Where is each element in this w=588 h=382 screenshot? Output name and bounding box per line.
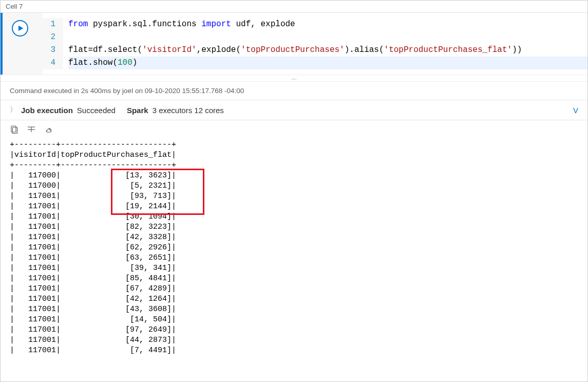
- code-text: ,explode(: [197, 45, 241, 54]
- spark-label: Spark: [127, 106, 148, 115]
- code-editor[interactable]: 1 2 3 4 from pyspark.sql.functions impor…: [43, 13, 587, 75]
- svg-rect-0: [11, 126, 16, 132]
- code-text: ): [132, 58, 138, 67]
- line-number: 1: [43, 18, 55, 31]
- job-execution-label: Job execution: [21, 106, 73, 115]
- code-text: flat=df.select(: [68, 45, 142, 54]
- string-literal: 'topProductPurchases_flat': [384, 45, 513, 54]
- line-number: 2: [43, 31, 55, 44]
- execution-info: Command executed in 2s 400ms by joel on …: [1, 82, 587, 100]
- svg-rect-1: [13, 128, 17, 134]
- play-icon: [17, 25, 24, 32]
- line-number: 4: [43, 57, 55, 69]
- table-icon[interactable]: [27, 125, 35, 134]
- cell-title: Cell 7: [1, 1, 587, 13]
- view-link[interactable]: V: [573, 106, 578, 115]
- cell-gutter: [3, 13, 43, 75]
- line-number-gutter: 1 2 3 4: [43, 18, 63, 69]
- cell-body: 1 2 3 4 from pyspark.sql.functions impor…: [1, 13, 587, 75]
- highlight-box: [111, 169, 204, 215]
- code-text: )): [512, 45, 522, 54]
- code-text: udf, explode: [231, 20, 295, 29]
- clear-icon[interactable]: [45, 125, 53, 134]
- string-literal: 'topProductPurchases': [241, 45, 345, 54]
- code-content[interactable]: from pyspark.sql.functions import udf, e…: [63, 18, 587, 69]
- chevron-right-icon[interactable]: 〉: [10, 105, 17, 115]
- output-toolbar: [1, 120, 587, 137]
- keyword-from: from: [68, 20, 88, 29]
- line-number: 3: [43, 44, 55, 57]
- code-text: ).alias(: [345, 45, 384, 54]
- run-button[interactable]: [12, 20, 28, 37]
- keyword-import: import: [201, 20, 231, 29]
- number-literal: 100: [118, 58, 132, 67]
- collapse-chevron-icon[interactable]: ︿: [1, 75, 587, 82]
- code-text: flat.show(: [68, 58, 118, 67]
- job-status: Succeeded: [77, 106, 116, 115]
- spark-info: 3 executors 12 cores: [153, 106, 224, 115]
- job-execution-row[interactable]: 〉 Job execution Succeeded Spark 3 execut…: [1, 100, 587, 120]
- code-text: pyspark.sql.functions: [88, 20, 201, 29]
- output-text: +---------+------------------------+ |vi…: [1, 137, 587, 356]
- string-literal: 'visitorId': [142, 45, 197, 54]
- copy-icon[interactable]: [10, 125, 18, 134]
